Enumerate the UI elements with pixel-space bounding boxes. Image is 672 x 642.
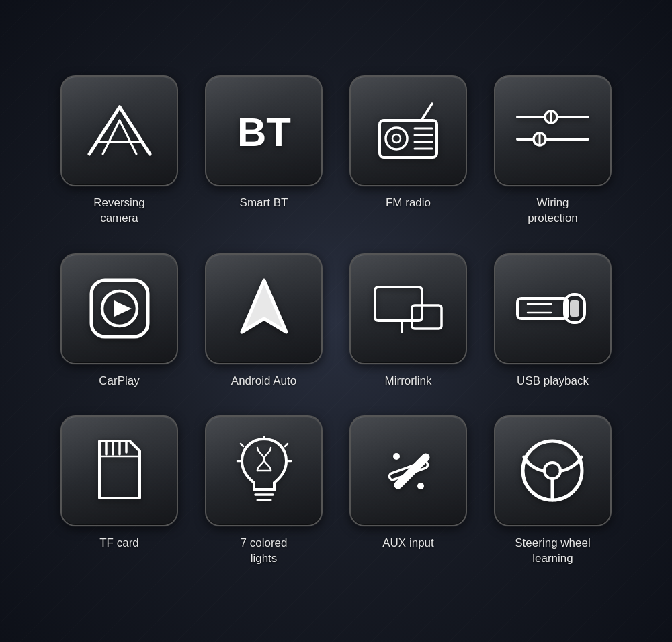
smart-bt-icon: BT: [234, 100, 294, 161]
feature-tf-card: TF card: [57, 415, 181, 567]
svg-point-9: [392, 134, 401, 143]
svg-rect-27: [375, 287, 422, 321]
svg-line-2: [103, 120, 120, 154]
feature-wiring-protection: Wiringprotection: [491, 75, 615, 227]
reversing-camera-icon: [83, 100, 157, 161]
steering-wheel-label: Steering wheellearning: [515, 536, 590, 567]
carplay-label: CarPlay: [99, 374, 139, 389]
feature-reversing-camera: Reversingcamera: [57, 75, 181, 227]
feature-fm-radio: FM radio: [346, 75, 470, 227]
svg-line-7: [421, 104, 432, 120]
tf-card-icon: [89, 438, 150, 505]
aux-input-label: AUX input: [382, 536, 434, 551]
icon-box-reversing-camera: [60, 75, 178, 186]
icon-box-tf-card: [60, 415, 178, 526]
mirrorlink-icon: [372, 282, 446, 335]
wiring-protection-icon: [514, 107, 591, 154]
feature-aux-input: AUX input: [346, 415, 470, 567]
feature-7-colored-lights: 7 coloredlights: [202, 415, 326, 567]
feature-smart-bt: BT Smart BT: [202, 75, 326, 227]
svg-line-46: [285, 444, 288, 446]
icon-box-fm-radio: [349, 75, 467, 186]
icon-box-usb-playback: [494, 253, 612, 364]
svg-rect-28: [412, 305, 442, 329]
icon-box-wiring-protection: [494, 75, 612, 186]
svg-rect-30: [517, 298, 568, 319]
icon-box-steering-wheel: [494, 415, 612, 526]
fm-radio-icon: [373, 100, 444, 161]
reversing-camera-label: Reversingcamera: [93, 196, 145, 227]
svg-point-51: [393, 453, 400, 460]
svg-line-45: [241, 444, 243, 446]
svg-point-8: [386, 128, 407, 149]
smart-bt-label: Smart BT: [240, 196, 288, 211]
feature-mirrorlink: Mirrorlink: [346, 253, 470, 389]
aux-input-icon: [375, 438, 442, 505]
feature-carplay: CarPlay: [57, 253, 181, 389]
svg-rect-32: [570, 300, 579, 317]
steering-wheel-icon: [517, 436, 588, 506]
usb-playback-icon: [514, 284, 591, 334]
7-colored-lights-icon: [234, 436, 294, 506]
carplay-icon: [86, 275, 153, 342]
icon-box-carplay: [60, 253, 178, 364]
icon-box-7-colored-lights: [205, 415, 323, 526]
feature-usb-playback: USB playback: [491, 253, 615, 389]
fm-radio-label: FM radio: [386, 196, 431, 211]
android-auto-label: Android Auto: [231, 374, 296, 389]
icon-box-aux-input: [349, 415, 467, 526]
icon-box-smart-bt: BT: [205, 75, 323, 186]
svg-point-52: [417, 483, 424, 489]
icon-box-android-auto: [205, 253, 323, 364]
android-auto-icon: [234, 275, 294, 342]
usb-playback-label: USB playback: [517, 374, 589, 389]
svg-marker-26: [242, 280, 286, 332]
tf-card-label: TF card: [99, 536, 139, 551]
7-colored-lights-label: 7 coloredlights: [241, 536, 288, 567]
svg-marker-24: [114, 300, 132, 317]
icon-box-mirrorlink: [349, 253, 467, 364]
wiring-protection-label: Wiringprotection: [528, 196, 578, 227]
mirrorlink-label: Mirrorlink: [385, 374, 432, 389]
svg-text:BT: BT: [237, 110, 291, 155]
feature-steering-wheel: Steering wheellearning: [491, 415, 615, 567]
feature-android-auto: Android Auto: [202, 253, 326, 389]
svg-line-3: [120, 120, 136, 154]
feature-grid: Reversingcamera BT Smart BT: [37, 55, 635, 588]
svg-point-54: [544, 463, 560, 479]
